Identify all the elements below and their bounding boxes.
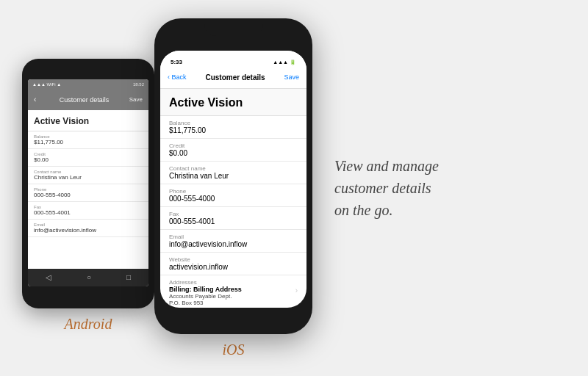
android-bottom-nav: ◁ ○ □	[28, 269, 148, 286]
ios-value-balance: $11,775.00	[169, 126, 298, 134]
ios-field-contact: Contact name Christina van Leur	[160, 162, 306, 184]
android-home-button[interactable]: ○	[87, 273, 91, 281]
ios-header-title: Customer details	[187, 73, 284, 82]
ios-notch	[204, 18, 263, 36]
ios-label: iOS	[223, 341, 245, 358]
android-field-contact: Contact name Christina van Leur	[28, 167, 148, 184]
android-value-credit: $0.00	[34, 156, 143, 163]
android-field-balance: Balance $11,775.00	[28, 131, 148, 149]
ios-company-section: Active Vision	[160, 89, 306, 116]
scene: ▲▲▲ WiFi ▲ 18:52 ‹ Customer details Save…	[0, 0, 588, 376]
ios-label-fax: Fax	[169, 211, 298, 217]
ios-value-email: info@activevision.inflow	[169, 240, 298, 248]
ios-field-website: Website activevision.inflow	[160, 253, 306, 275]
ios-status-icons: ▲▲▲ 🔋	[273, 59, 296, 65]
ios-field-balance: Balance $11,775.00	[160, 116, 306, 139]
android-header-title: Customer details	[39, 96, 129, 104]
ios-label-contact: Contact name	[169, 165, 298, 172]
android-save-button[interactable]: Save	[129, 96, 143, 103]
ios-label-credit: Credit	[169, 142, 298, 149]
tagline-text: View and manage customer details on the …	[334, 155, 439, 221]
ios-label-website: Website	[169, 256, 298, 263]
android-value-contact: Christina van Leur	[34, 174, 143, 181]
android-value-email: info@activevision.inflow	[34, 227, 143, 234]
android-time: 18:52	[133, 82, 144, 87]
android-phone: ▲▲▲ WiFi ▲ 18:52 ‹ Customer details Save…	[22, 59, 154, 308]
android-content: Active Vision Balance $11,775.00 Credit …	[28, 110, 148, 269]
ios-value-billing-sub: Accounts Payable Dept.P.O. Box 953Bentvi…	[169, 293, 242, 308]
ios-field-addresses: Addresses Billing: Billing Address Accou…	[160, 275, 306, 308]
ios-field-email: Email info@activevision.inflow	[160, 230, 306, 253]
tagline-line3: on the go.	[334, 202, 392, 218]
android-field-email: Email info@activevision.inflow	[28, 220, 148, 237]
ios-header: ‹ Back Customer details Save	[160, 67, 306, 89]
android-value-balance: $11,775.00	[34, 139, 143, 145]
ios-screen: 5:33 ▲▲▲ 🔋 ‹ Back Customer details Save …	[160, 51, 306, 308]
ios-value-contact: Christina van Leur	[169, 172, 298, 180]
android-phone-wrapper: ▲▲▲ WiFi ▲ 18:52 ‹ Customer details Save…	[22, 44, 154, 333]
android-recents-button[interactable]: □	[126, 273, 131, 281]
android-field-fax: Fax 000-555-4001	[28, 202, 148, 220]
ios-company-name: Active Vision	[169, 96, 298, 109]
ios-label-email: Email	[169, 234, 298, 240]
android-back-icon[interactable]: ‹	[34, 95, 36, 104]
ios-field-fax: Fax 000-555-4001	[160, 207, 306, 230]
ios-value-fax: 000-555-4001	[169, 217, 298, 225]
android-field-credit: Credit $0.00	[28, 149, 148, 167]
android-status-bar: ▲▲▲ WiFi ▲ 18:52	[28, 79, 148, 90]
tagline-line2: customer details	[334, 180, 431, 196]
android-field-phone: Phone 000-555-4000	[28, 184, 148, 202]
tagline: View and manage customer details on the …	[320, 140, 566, 236]
android-label: Android	[65, 316, 112, 333]
android-company-name: Active Vision	[28, 110, 148, 131]
ios-save-button[interactable]: Save	[284, 73, 299, 81]
ios-value-website: activevision.inflow	[169, 263, 298, 271]
ios-time: 5:33	[171, 59, 182, 65]
ios-field-phone: Phone 000-555-4000	[160, 184, 306, 207]
ios-label-addresses: Addresses	[169, 279, 242, 286]
android-screen: ▲▲▲ WiFi ▲ 18:52 ‹ Customer details Save…	[28, 79, 148, 286]
android-back-nav-button[interactable]: ◁	[46, 273, 51, 281]
ios-label-balance: Balance	[169, 120, 298, 126]
ios-value-billing-bold: Billing: Billing Address	[169, 286, 242, 293]
android-header: ‹ Customer details Save	[28, 90, 148, 110]
ios-phone: 5:33 ▲▲▲ 🔋 ‹ Back Customer details Save …	[154, 18, 312, 334]
ios-value-credit: $0.00	[169, 149, 298, 157]
android-signal-icons: ▲▲▲ WiFi ▲	[32, 82, 61, 87]
ios-status-bar: 5:33 ▲▲▲ 🔋	[160, 51, 306, 67]
tagline-line1: View and manage	[334, 158, 439, 174]
ios-address-chevron-icon[interactable]: ›	[295, 286, 298, 294]
ios-phone-wrapper: 5:33 ▲▲▲ 🔋 ‹ Back Customer details Save …	[154, 18, 312, 358]
ios-value-phone: 000-555-4000	[169, 195, 298, 203]
ios-label-phone: Phone	[169, 188, 298, 195]
ios-back-button[interactable]: ‹ Back	[168, 73, 187, 81]
ios-field-credit: Credit $0.00	[160, 139, 306, 162]
ios-content: Active Vision Balance $11,775.00 Credit …	[160, 89, 306, 308]
android-value-phone: 000-555-4000	[34, 192, 143, 198]
android-value-fax: 000-555-4001	[34, 209, 143, 216]
